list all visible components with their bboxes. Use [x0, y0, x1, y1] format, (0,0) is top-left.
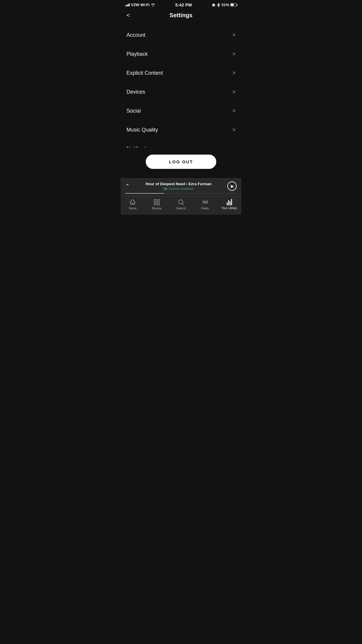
signal-bars [125, 3, 130, 6]
settings-item-social[interactable]: Social > [121, 102, 241, 120]
settings-item-label-music-quality: Music Quality [126, 127, 158, 133]
svg-rect-6 [157, 200, 159, 202]
settings-item-label-account: Account [126, 32, 145, 38]
svg-rect-7 [154, 203, 156, 205]
settings-item-label-devices: Devices [126, 89, 145, 95]
settings-item-account[interactable]: Account > [121, 26, 241, 45]
progress-bar [125, 193, 237, 194]
svg-line-10 [182, 204, 184, 205]
devices-icon [163, 187, 167, 191]
library-icon [227, 199, 232, 205]
logout-button[interactable]: LOG OUT [146, 155, 216, 169]
play-icon: ▶ [231, 184, 234, 188]
nav-label-search: Search [176, 207, 186, 210]
nav-label-your-library: Your Library [222, 206, 237, 210]
settings-item-label-explicit-content: Explicit Content [126, 70, 163, 76]
chevron-right-icon: > [232, 108, 236, 114]
back-button[interactable]: < [125, 11, 131, 20]
battery-percent: 51% [222, 3, 229, 7]
now-playing-bar[interactable]: ⌃ Hour of Deepest Need • Ezra Furman Dev… [121, 178, 241, 196]
status-right: 51% [212, 3, 237, 7]
wifi-icon [151, 3, 155, 7]
chevron-up-icon[interactable]: ⌃ [125, 183, 130, 189]
svg-point-9 [179, 200, 183, 204]
logout-container: LOG OUT [121, 148, 241, 178]
devices-available: Devices Available [163, 187, 194, 191]
nav-label-browse: Browse [152, 207, 162, 210]
svg-rect-5 [154, 200, 156, 202]
chevron-right-icon: > [232, 51, 236, 57]
play-button[interactable]: ▶ [227, 181, 237, 191]
chevron-right-icon: > [232, 32, 236, 38]
home-icon [129, 199, 136, 206]
settings-item-explicit-content[interactable]: Explicit Content > [121, 64, 241, 83]
settings-item-playback[interactable]: Playback > [121, 45, 241, 64]
page-title: Settings [170, 12, 193, 19]
nav-item-home[interactable]: Home [121, 199, 145, 210]
carrier-label: VZW Wi-Fi [131, 3, 150, 7]
track-info: Hour of Deepest Need • Ezra Furman Devic… [130, 182, 227, 191]
battery-icon [230, 3, 237, 6]
chevron-right-icon: > [232, 70, 236, 76]
status-bar: VZW Wi-Fi 5:42 PM 51% [121, 0, 241, 8]
settings-item-label-social: Social [126, 108, 141, 114]
bluetooth-icon [217, 3, 220, 7]
nav-item-radio[interactable]: Radio [193, 199, 217, 210]
chevron-right-icon: > [232, 127, 236, 133]
progress-fill [125, 193, 164, 194]
nav-label-home: Home [129, 207, 137, 210]
nav-item-your-library[interactable]: Your Library [217, 199, 241, 210]
search-icon [178, 199, 184, 206]
chevron-right-icon: > [232, 89, 236, 95]
status-left: VZW Wi-Fi [125, 3, 155, 7]
settings-item-devices[interactable]: Devices > [121, 83, 241, 102]
settings-list: Account > Playback > Explicit Content > … [121, 23, 241, 148]
nav-item-search[interactable]: Search [169, 199, 193, 210]
settings-header: < Settings [121, 8, 241, 23]
svg-point-11 [204, 201, 206, 203]
nav-label-radio: Radio [201, 207, 209, 210]
bottom-nav: Home Browse Search Radio Your [121, 196, 241, 215]
location-icon [212, 3, 216, 7]
radio-icon [202, 199, 209, 206]
status-time: 5:42 PM [175, 2, 192, 7]
svg-rect-8 [157, 203, 159, 205]
settings-item-music-quality[interactable]: Music Quality > [121, 120, 241, 139]
browse-icon [153, 199, 160, 206]
settings-item-label-playback: Playback [126, 51, 148, 57]
track-name: Hour of Deepest Need • Ezra Furman [145, 182, 211, 186]
settings-item-notifications[interactable]: Notifications > [121, 139, 241, 148]
nav-item-browse[interactable]: Browse [145, 199, 169, 210]
